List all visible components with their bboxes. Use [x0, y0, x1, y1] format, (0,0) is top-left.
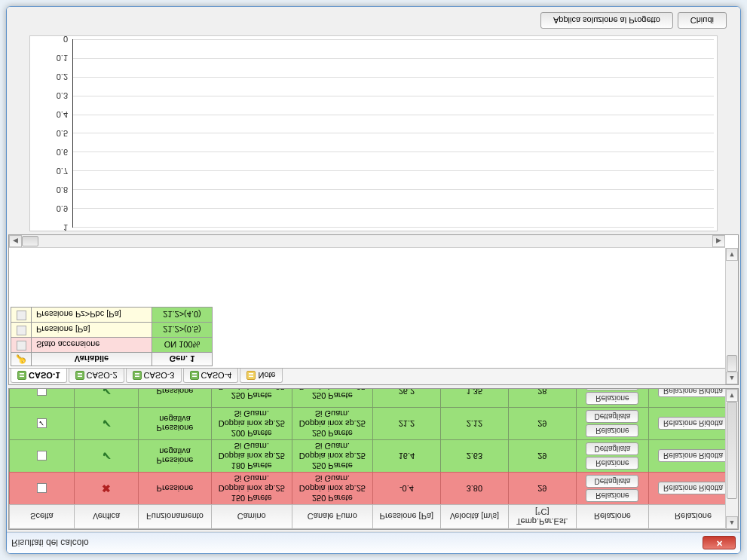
dettagliata-button[interactable]: Dettagliata [586, 410, 638, 423]
cell-relazione: RelazioneDettagliata [576, 407, 648, 439]
table-vscrollbar[interactable]: ▲ ▼ [725, 389, 738, 529]
tab-caso-2[interactable]: CASO-2 [69, 369, 124, 383]
grid-line [73, 133, 714, 134]
cell-temp: 28 [508, 389, 576, 407]
key-icon: 🔑 [11, 353, 32, 366]
close-button[interactable]: Chiudi [678, 12, 727, 29]
y-tick-label: 0.6 [30, 148, 68, 157]
vars-vscrollbar[interactable]: ▲ ▼ [725, 248, 738, 384]
cell-canale: 250 PareteDoppia inox sp.25 [292, 389, 372, 407]
table-row: ✔Pressione negativa180 PareteDoppia inox… [10, 439, 738, 472]
col-header[interactable]: Pressione [Pa] [372, 504, 440, 528]
cell-velocita: 1.35 [440, 389, 508, 407]
y-tick-label: 0.2 [30, 72, 68, 81]
chart-area: 00.10.20.30.40.50.60.70.80.91 [29, 35, 718, 231]
results-table-scroll[interactable]: SceltaVerificaFunzionamentoCaminoCanale … [9, 389, 738, 529]
cell-relazione: RelazioneDettagliata [576, 472, 648, 504]
col-header[interactable]: Camino [211, 504, 292, 528]
relazione-button[interactable]: Relazione [586, 424, 638, 437]
col-header[interactable]: Temp.Par.Est.[°C] [508, 504, 576, 528]
close-icon[interactable]: ✕ [703, 537, 736, 550]
note-icon [246, 371, 256, 380]
scroll-thumb[interactable] [727, 355, 737, 372]
scroll-down-icon[interactable]: ▼ [726, 248, 738, 261]
scelta-checkbox[interactable] [37, 418, 47, 428]
col-header[interactable]: Velocità [m/s] [440, 504, 508, 528]
dettagliata-button[interactable]: Dettagliata [586, 475, 638, 488]
y-tick-label: 0.4 [30, 110, 68, 119]
relazione-ridotta-button[interactable]: Relazione Ridotta [658, 417, 728, 430]
grid-line [73, 77, 714, 78]
var-row: Stato accensioneON 100% [11, 338, 213, 353]
cell-funz: Pressione [139, 389, 211, 407]
scroll-up-icon[interactable]: ▲ [726, 516, 738, 529]
scelta-checkbox[interactable] [37, 483, 47, 493]
col-header[interactable]: Relazione [649, 504, 738, 528]
vars-hscrollbar[interactable]: ◀ ▶ [9, 235, 725, 248]
tab-label: CASO-1 [29, 371, 60, 380]
relazione-button[interactable]: Relazione [586, 392, 638, 405]
cell-verifica: ✔ [74, 407, 139, 439]
relazione-ridotta-button[interactable]: Relazione Ridotta [658, 389, 728, 397]
cell-canale: 250 PareteDoppia inox sp.25Si Guarn. [292, 439, 372, 472]
table-body: ✖Pressione150 PareteDoppia inox sp.25Si … [10, 389, 738, 504]
dettagliata-button[interactable]: Dettagliata [586, 442, 638, 455]
var-name: Pressione Pz>Pbc [Pa] [32, 308, 152, 323]
cell-ridotta: Relazione Ridotta [649, 407, 738, 439]
cell-scelta [10, 407, 75, 439]
var-key [11, 338, 32, 353]
grid-line [73, 227, 714, 228]
cell-funz: Pressione [139, 472, 211, 504]
var-key [11, 323, 32, 338]
col-header[interactable]: Scelta [10, 504, 75, 528]
cell-pressione: 21.2 [372, 407, 440, 439]
cell-relazione: RelazioneDettagliata [576, 389, 648, 407]
var-value: 21.2>(0.5) [152, 323, 213, 338]
col-header[interactable]: Canale Fumo [292, 504, 372, 528]
cell-verifica: ✔ [74, 389, 139, 407]
cell-ridotta: Relazione Ridotta [649, 439, 738, 472]
apply-button[interactable]: Applica soluzione al Progetto [540, 12, 673, 29]
col-header[interactable]: Relazione [576, 504, 648, 528]
y-tick-label: 0.9 [30, 204, 68, 213]
col-header[interactable]: Verifica [74, 504, 139, 528]
var-value: ON 100% [152, 338, 213, 353]
grid-line [73, 58, 714, 59]
titlebar: Risultati del calcolo ✕ [7, 532, 740, 553]
y-tick-label: 0 [30, 35, 68, 44]
hscroll-thumb[interactable] [22, 236, 38, 246]
col-header[interactable]: Funzionamento [139, 504, 211, 528]
tab-caso-3[interactable]: CASO-3 [126, 369, 182, 383]
tab-note[interactable]: Note [240, 369, 282, 383]
y-tick-label: 0.7 [30, 167, 68, 176]
scroll-up-icon[interactable]: ▲ [726, 372, 738, 384]
relazione-button[interactable]: Relazione [586, 489, 638, 502]
scelta-checkbox[interactable] [37, 451, 47, 461]
cell-scelta [10, 389, 75, 407]
tab-caso-4[interactable]: CASO-4 [183, 369, 239, 383]
relazione-ridotta-button[interactable]: Relazione Ridotta [658, 482, 728, 494]
vars-col-variable: Variabile [32, 353, 152, 366]
relazione-button[interactable]: Relazione [586, 457, 638, 470]
variables-panel: CASO-1CASO-2CASO-3CASO-4Note 🔑 Variabile… [8, 234, 739, 385]
check-ok-icon: ✔ [102, 449, 112, 462]
cell-verifica: ✔ [74, 439, 139, 472]
window-title: Risultati del calcolo [11, 538, 703, 549]
variables-body: 🔑 Variabile Gen. 1 Stato accensioneON 10… [9, 305, 738, 368]
tab-strip: CASO-1CASO-2CASO-3CASO-4Note [9, 368, 738, 384]
check-ok-icon: ✔ [102, 417, 112, 430]
cell-scelta [10, 472, 75, 504]
vars-header-row: 🔑 Variabile Gen. 1 [11, 353, 213, 366]
dettagliata-button[interactable]: Dettagliata [586, 389, 638, 390]
scroll-down-icon[interactable]: ▼ [726, 389, 738, 402]
cell-pressione: 16.4 [372, 439, 440, 472]
grid-line [73, 96, 714, 96]
scroll-left-icon[interactable]: ◀ [9, 235, 22, 247]
list-icon [133, 371, 142, 380]
variables-table: 🔑 Variabile Gen. 1 Stato accensioneON 10… [11, 307, 213, 366]
relazione-ridotta-button[interactable]: Relazione Ridotta [658, 449, 728, 462]
tab-caso-1[interactable]: CASO-1 [11, 369, 67, 383]
scroll-thumb[interactable] [727, 402, 737, 499]
scelta-checkbox[interactable] [37, 389, 47, 396]
scroll-right-icon[interactable]: ▶ [712, 235, 725, 247]
